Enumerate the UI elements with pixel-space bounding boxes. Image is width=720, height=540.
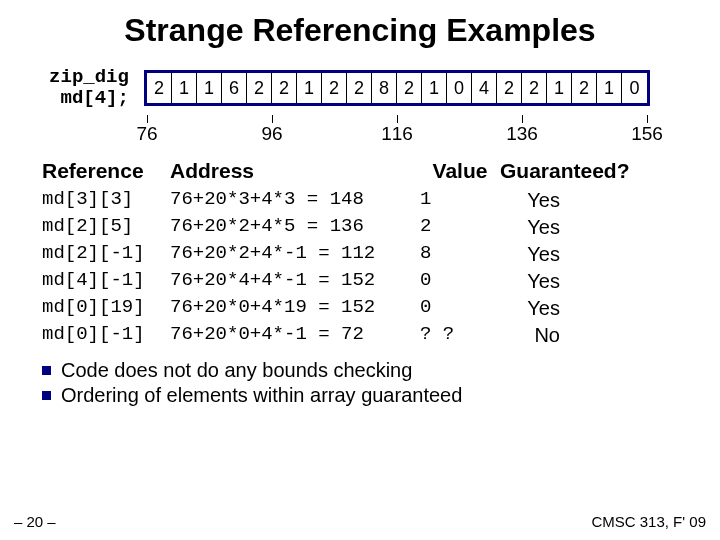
slide-title: Strange Referencing Examples xyxy=(0,0,720,49)
bullet-square-icon xyxy=(42,391,51,400)
cell-guaranteed: Yes xyxy=(500,295,570,322)
header-address: Address xyxy=(170,159,420,183)
cell-value: 0 xyxy=(420,268,500,295)
cell-address: 76+20*4+4*-1 = 152 xyxy=(170,268,420,295)
table-row: md[2][-1]76+20*2+4*-1 = 1128Yes xyxy=(42,241,720,268)
slide-number: – 20 – xyxy=(14,513,56,530)
cell-value: 1 xyxy=(420,187,500,214)
table-row: md[0][19]76+20*0+4*19 = 1520Yes xyxy=(42,295,720,322)
cell-guaranteed: Yes xyxy=(500,187,570,214)
cell-value: 2 xyxy=(420,214,500,241)
address-label: 156 xyxy=(631,123,663,145)
address-tick xyxy=(522,115,523,123)
memory-cell: 1 xyxy=(597,73,622,103)
memory-cell: 1 xyxy=(197,73,222,103)
cell-reference: md[2][5] xyxy=(42,214,170,241)
array-declaration: zip_dig md[4]; xyxy=(34,67,144,109)
memory-cell: 6 xyxy=(222,73,247,103)
cell-guaranteed: Yes xyxy=(500,268,570,295)
bullet-text: Ordering of elements within array guaran… xyxy=(61,384,462,407)
cell-value: 8 xyxy=(420,241,500,268)
address-row: 7696116136156 xyxy=(144,115,720,149)
memory-cell: 2 xyxy=(247,73,272,103)
cell-reference: md[2][-1] xyxy=(42,241,170,268)
table-row: md[0][-1]76+20*0+4*-1 = 72? ?No xyxy=(42,322,720,349)
memory-cell: 1 xyxy=(422,73,447,103)
header-value: Value xyxy=(420,159,500,183)
cell-address: 76+20*3+4*3 = 148 xyxy=(170,187,420,214)
memory-grid: 21162212282104221210 xyxy=(144,70,650,106)
header-reference: Reference xyxy=(42,159,170,183)
memory-cell: 1 xyxy=(297,73,322,103)
address-label: 76 xyxy=(136,123,157,145)
cell-value: ? ? xyxy=(420,322,500,349)
table-header: Reference Address Value Guaranteed? xyxy=(42,159,720,183)
memory-cell: 2 xyxy=(322,73,347,103)
address-label: 136 xyxy=(506,123,538,145)
memory-cell: 2 xyxy=(347,73,372,103)
cell-guaranteed: Yes xyxy=(500,214,570,241)
address-tick xyxy=(397,115,398,123)
bullet-item: Ordering of elements within array guaran… xyxy=(42,384,720,407)
cell-address: 76+20*0+4*-1 = 72 xyxy=(170,322,420,349)
memory-cell: 1 xyxy=(547,73,572,103)
table-row: md[2][5]76+20*2+4*5 = 1362Yes xyxy=(42,214,720,241)
cell-reference: md[4][-1] xyxy=(42,268,170,295)
bullet-list: Code does not do any bounds checking Ord… xyxy=(42,359,720,407)
reference-table: Reference Address Value Guaranteed? md[3… xyxy=(42,159,720,349)
memory-cell: 2 xyxy=(522,73,547,103)
memory-cell: 4 xyxy=(472,73,497,103)
table-row: md[3][3]76+20*3+4*3 = 1481Yes xyxy=(42,187,720,214)
cell-guaranteed: No xyxy=(500,322,570,349)
memory-cell: 0 xyxy=(622,73,647,103)
cell-address: 76+20*0+4*19 = 152 xyxy=(170,295,420,322)
cell-address: 76+20*2+4*-1 = 112 xyxy=(170,241,420,268)
course-label: CMSC 313, F' 09 xyxy=(591,513,706,530)
memory-cell: 2 xyxy=(397,73,422,103)
header-guaranteed: Guaranteed? xyxy=(500,159,640,183)
memory-cell: 2 xyxy=(572,73,597,103)
array-declaration-row: zip_dig md[4]; 21162212282104221210 xyxy=(0,67,720,109)
bullet-square-icon xyxy=(42,366,51,375)
cell-reference: md[3][3] xyxy=(42,187,170,214)
address-tick xyxy=(147,115,148,123)
bullet-item: Code does not do any bounds checking xyxy=(42,359,720,382)
address-tick xyxy=(272,115,273,123)
memory-cell: 8 xyxy=(372,73,397,103)
address-label: 116 xyxy=(381,123,413,145)
cell-address: 76+20*2+4*5 = 136 xyxy=(170,214,420,241)
memory-cell: 2 xyxy=(272,73,297,103)
cell-reference: md[0][-1] xyxy=(42,322,170,349)
address-tick xyxy=(647,115,648,123)
cell-reference: md[0][19] xyxy=(42,295,170,322)
memory-cell: 2 xyxy=(147,73,172,103)
address-label: 96 xyxy=(261,123,282,145)
table-row: md[4][-1]76+20*4+4*-1 = 1520Yes xyxy=(42,268,720,295)
bullet-text: Code does not do any bounds checking xyxy=(61,359,412,382)
memory-cell: 1 xyxy=(172,73,197,103)
cell-value: 0 xyxy=(420,295,500,322)
cell-guaranteed: Yes xyxy=(500,241,570,268)
memory-cell: 2 xyxy=(497,73,522,103)
memory-cell: 0 xyxy=(447,73,472,103)
